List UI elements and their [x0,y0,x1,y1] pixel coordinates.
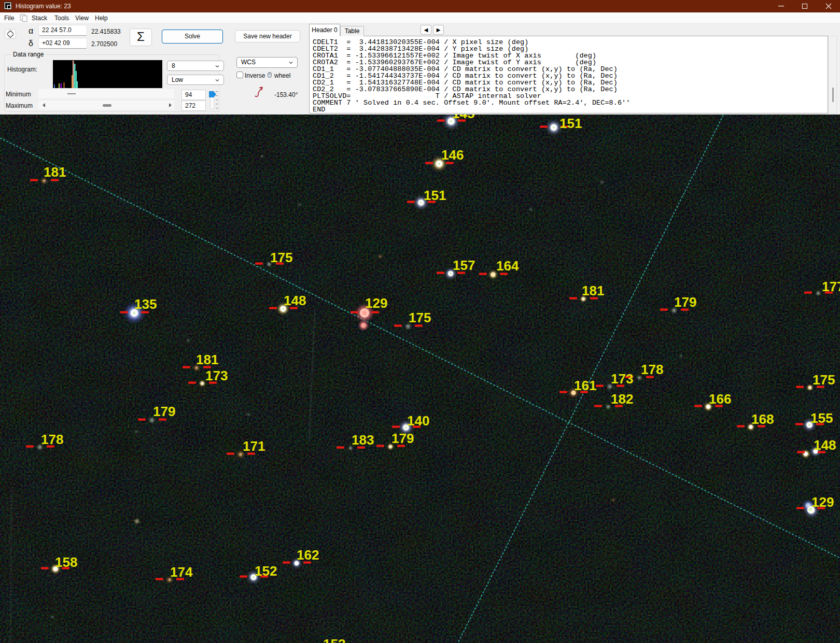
svg-text:175: 175 [813,372,835,388]
svg-text:155: 155 [810,410,833,426]
svg-text:177: 177 [822,279,840,294]
svg-text:148: 148 [284,293,306,308]
svg-text:182: 182 [611,391,633,407]
svg-text:151: 151 [559,116,582,131]
svg-text:171: 171 [243,438,265,454]
svg-text:145: 145 [452,115,474,121]
svg-text:181: 181 [582,283,604,298]
svg-text:183: 183 [352,432,374,448]
svg-text:148: 148 [814,437,836,453]
svg-text:181: 181 [196,352,218,367]
svg-text:166: 166 [709,391,731,407]
svg-text:175: 175 [270,250,292,265]
svg-text:179: 179 [153,404,175,419]
svg-text:158: 158 [55,554,77,570]
svg-text:181: 181 [44,164,66,180]
svg-text:146: 146 [441,147,464,163]
svg-text:179: 179 [391,431,414,446]
svg-text:168: 168 [751,411,774,427]
svg-text:179: 179 [674,294,696,310]
svg-text:140: 140 [407,413,429,428]
svg-text:178: 178 [641,362,663,377]
svg-text:173: 173 [205,368,228,383]
svg-text:162: 162 [297,547,319,563]
svg-text:161: 161 [574,378,596,393]
svg-text:178: 178 [41,432,63,447]
svg-text:152: 152 [255,563,277,579]
svg-text:151: 151 [424,188,446,203]
svg-text:175: 175 [409,310,431,325]
svg-text:173: 173 [611,371,633,387]
svg-text:129: 129 [811,494,834,510]
svg-text:157: 157 [453,258,475,273]
svg-text:164: 164 [496,258,519,274]
svg-text:152: 152 [323,636,345,643]
svg-text:135: 135 [134,296,157,312]
svg-text:174: 174 [170,564,193,580]
svg-text:129: 129 [365,295,387,311]
